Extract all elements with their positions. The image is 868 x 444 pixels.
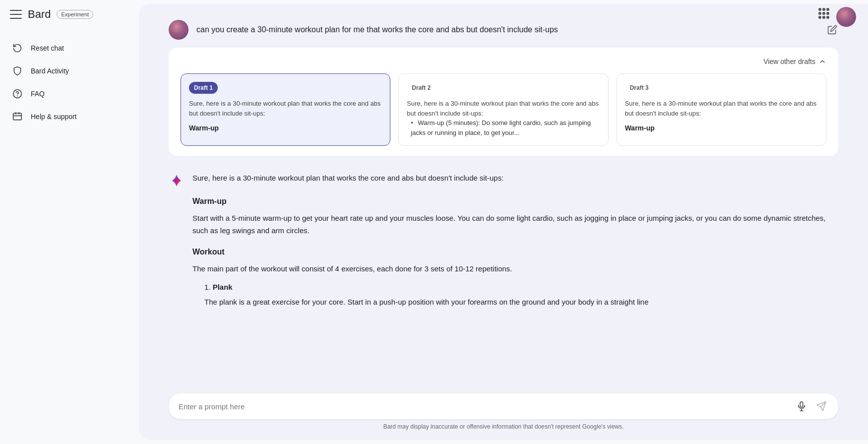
bard-intro-text: Sure, here is a 30-minute workout plan t…: [192, 172, 838, 185]
drafts-header: View other drafts: [181, 58, 826, 65]
sidebar-item-reset[interactable]: Reset chat: [0, 37, 127, 60]
draft-card-3[interactable]: Draft 3 Sure, here is a 30-minute workou…: [617, 73, 826, 146]
sidebar-header: Bard Experiment: [0, 0, 135, 29]
shield-icon: [12, 65, 23, 76]
sidebar-item-faq[interactable]: FAQ: [0, 82, 127, 105]
draft-card-1[interactable]: Draft 1 Sure, here is a 30-minute workou…: [181, 73, 390, 146]
edit-icon[interactable]: [826, 24, 838, 36]
send-icon[interactable]: [814, 399, 828, 413]
draft-2-label: Draft 2: [407, 82, 435, 94]
experiment-badge: Experiment: [57, 10, 93, 19]
drafts-grid: Draft 1 Sure, here is a 30-minute workou…: [181, 73, 826, 146]
svg-rect-4: [800, 402, 803, 407]
workout-text: The main part of the workout will consis…: [192, 262, 838, 275]
exercise-1-number: 1.: [204, 283, 213, 291]
prompt-input[interactable]: [179, 402, 789, 411]
help-icon: [12, 111, 23, 122]
faq-icon: [12, 88, 23, 99]
faq-label: FAQ: [31, 90, 45, 98]
user-message-text: can you create a 30-minute workout plan …: [196, 20, 818, 36]
sidebar-item-help[interactable]: Help & support: [0, 105, 127, 128]
draft-1-label: Draft 1: [189, 82, 218, 94]
drafts-panel: View other drafts Draft 1 Sure, here is …: [169, 48, 838, 156]
app-title: Bard: [28, 8, 51, 21]
sidebar: Bard Experiment Reset chat Bard Activity: [0, 0, 135, 444]
draft-1-text: Sure, here is a 30-minute workout plan t…: [189, 99, 382, 118]
bard-response-row: Sure, here is a 30-minute workout plan t…: [169, 164, 838, 322]
draft-3-text: Sure, here is a 30-minute workout plan t…: [625, 99, 818, 118]
warmup-heading: Warm-up: [192, 194, 838, 208]
draft-3-warmup: Warm-up: [625, 123, 818, 133]
view-other-drafts-label: View other drafts: [763, 58, 815, 65]
exercise-1-desc: The plank is a great exercise for your c…: [192, 296, 838, 309]
chat-area[interactable]: can you create a 30-minute workout plan …: [139, 4, 868, 385]
svg-rect-2: [13, 113, 22, 120]
workout-heading: Workout: [192, 245, 838, 258]
draft-2-bullet: • Warm-up (5 minutes): Do some light car…: [411, 118, 600, 137]
draft-3-label: Draft 3: [625, 82, 654, 94]
chevron-up-icon: [818, 58, 826, 65]
input-area: Bard may display inaccurate or offensive…: [139, 385, 868, 440]
bard-response-content: Sure, here is a 30-minute workout plan t…: [192, 172, 838, 314]
input-box: [169, 393, 838, 419]
reset-label: Reset chat: [31, 44, 64, 52]
main-content: can you create a 30-minute workout plan …: [139, 4, 868, 440]
user-message-row: can you create a 30-minute workout plan …: [169, 4, 838, 48]
draft-card-2[interactable]: Draft 2 Sure, here is a 30-minute workou…: [398, 73, 608, 146]
user-profile-icon[interactable]: [836, 7, 856, 27]
bard-sparkle-icon: [169, 174, 185, 190]
reset-icon: [12, 43, 23, 54]
sidebar-nav: Reset chat Bard Activity FAQ: [0, 29, 135, 136]
exercise-1-name: Plank: [213, 283, 233, 291]
draft-2-text: Sure, here is a 30-minute workout plan t…: [407, 99, 600, 118]
exercise-1: 1. Plank: [204, 281, 838, 294]
menu-icon[interactable]: [10, 8, 22, 20]
warmup-text: Start with a 5-minute warm-up to get you…: [192, 212, 838, 237]
view-other-drafts-button[interactable]: View other drafts: [763, 58, 826, 65]
draft-2-bullet-text: Warm-up (5 minutes): Do some light cardi…: [411, 119, 591, 136]
disclaimer: Bard may display inaccurate or offensive…: [169, 419, 838, 436]
help-label: Help & support: [31, 113, 77, 121]
activity-label: Bard Activity: [31, 67, 69, 75]
sidebar-item-activity[interactable]: Bard Activity: [0, 60, 127, 82]
avatar: [169, 20, 188, 40]
google-apps-icon[interactable]: [818, 8, 830, 20]
draft-1-warmup: Warm-up: [189, 123, 382, 133]
mic-icon[interactable]: [795, 399, 808, 413]
